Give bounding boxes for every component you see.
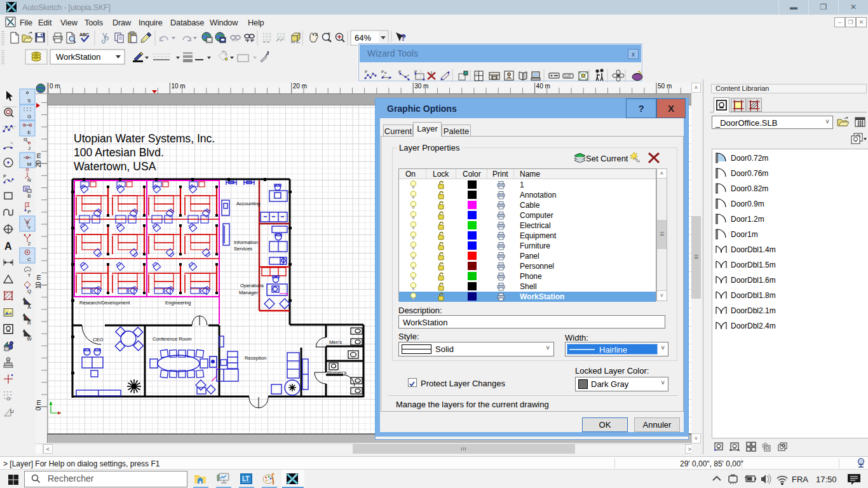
svg-text:Manager: Manager <box>239 290 258 295</box>
svg-text:50 m: 50 m <box>658 83 672 90</box>
svg-text:Research/Development: Research/Development <box>79 300 130 306</box>
svg-text:?: ? <box>400 32 406 43</box>
svg-text:B: B <box>27 193 31 199</box>
svg-text:R: R <box>27 320 31 326</box>
svg-text:Services: Services <box>234 246 252 252</box>
svg-text:100 Artesian Blvd.: 100 Artesian Blvd. <box>74 146 164 159</box>
svg-text:A: A <box>27 304 31 310</box>
svg-text:G: G <box>27 114 31 119</box>
svg-text:CEO: CEO <box>93 337 104 342</box>
svg-text:W: W <box>27 336 32 342</box>
svg-text:S: S <box>27 98 31 104</box>
svg-text:17:50: 17:50 <box>816 475 837 484</box>
svg-text:20 m: 20 m <box>36 153 42 167</box>
svg-text:T: T <box>28 273 31 278</box>
svg-text:E: E <box>27 130 31 135</box>
svg-text:Operations: Operations <box>240 283 264 288</box>
svg-text:Reception: Reception <box>245 355 266 361</box>
svg-text:Engineering: Engineering <box>165 300 191 306</box>
svg-text:G: G <box>6 396 10 402</box>
svg-text:U: U <box>10 409 14 414</box>
svg-text:A: A <box>4 241 12 252</box>
svg-text:M: M <box>27 161 32 167</box>
svg-text:Y: Y <box>27 225 31 231</box>
svg-text:P: P <box>398 70 401 74</box>
svg-text:10 m: 10 m <box>36 274 42 288</box>
svg-text:FRA: FRA <box>792 475 808 484</box>
svg-text:Information: Information <box>234 240 258 245</box>
svg-text:0 m: 0 m <box>36 400 42 410</box>
svg-text:40 m: 40 m <box>536 83 550 90</box>
svg-text:N: N <box>27 177 31 183</box>
svg-text:P: P <box>414 70 417 74</box>
svg-text:20 m: 20 m <box>293 83 307 90</box>
svg-text:C: C <box>27 257 31 262</box>
svg-text:Men's: Men's <box>329 339 342 345</box>
svg-text:64%: 64% <box>355 33 371 43</box>
svg-text:Conference Room: Conference Room <box>153 336 192 342</box>
svg-text:P: P <box>381 70 384 74</box>
svg-text:J: J <box>28 146 31 151</box>
svg-text:2: 2 <box>28 241 31 247</box>
svg-text:Watertown, USA: Watertown, USA <box>74 160 156 173</box>
svg-text:10 m: 10 m <box>171 83 185 90</box>
svg-text:WorkStation: WorkStation <box>56 52 101 62</box>
svg-text:P: P <box>27 209 31 215</box>
svg-text:P: P <box>3 174 6 179</box>
svg-text:Utopian Water Systems, Inc.: Utopian Water Systems, Inc. <box>74 132 215 145</box>
svg-text:Q: Q <box>27 288 31 294</box>
svg-text:LT: LT <box>242 475 249 482</box>
svg-text:o: o <box>384 71 387 74</box>
svg-text:Accounting: Accounting <box>236 201 261 207</box>
svg-text:0 m: 0 m <box>50 83 60 90</box>
svg-text:P: P <box>365 70 367 74</box>
svg-text:30 m: 30 m <box>414 83 428 90</box>
svg-text:Women's: Women's <box>327 370 346 376</box>
